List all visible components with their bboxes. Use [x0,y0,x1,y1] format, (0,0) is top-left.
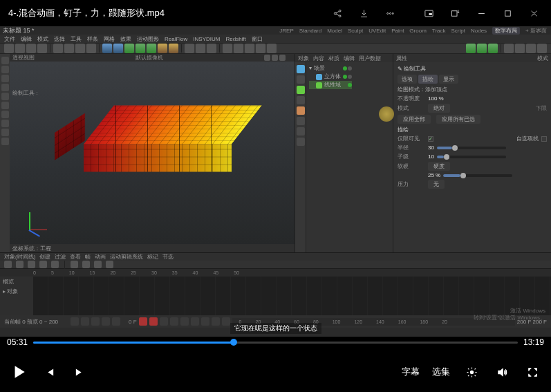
doc-tab[interactable]: 未标题 15 * [3,26,35,35]
vp-label-left: 透视视图 [12,54,35,62]
svg-point-2 [339,15,341,17]
tl-key-button[interactable] [149,317,158,326]
palette-button[interactable] [1,111,9,118]
tool-button[interactable] [169,44,178,53]
tool-button[interactable] [515,44,525,53]
left-tool-palette [0,54,10,252]
close-icon[interactable] [521,0,547,26]
tl-prev-button[interactable] [81,317,89,326]
tool-button[interactable] [185,44,194,53]
palette-button[interactable] [1,129,9,136]
timeline-tree[interactable]: 概览 ▸ 对象 [0,277,33,315]
tool-overlay-label: 绘制工具 : [12,89,37,97]
viewport-header: 透视视图 默认摄像机 [10,54,295,62]
maximize-icon[interactable] [494,0,521,26]
next-button[interactable] [71,363,88,381]
svg-rect-9 [505,10,510,16]
tool-button[interactable] [466,44,476,53]
tool-button[interactable] [256,44,265,53]
layout-tabs: JREPStandardModelSculptUVEditPaintGroomT… [279,26,547,35]
obj-side-icons [295,62,306,252]
tool-button[interactable] [537,44,547,53]
player-controls: 字幕 选集 [0,352,551,392]
new-layout[interactable]: + 新界面 [525,27,547,35]
volume-icon[interactable] [493,363,511,381]
mesh-object [73,106,232,185]
compact-icon[interactable] [442,0,468,26]
video-area: 未标题 15 * JREPStandardModelSculptUVEditPa… [0,26,551,337]
tool-button[interactable] [136,44,145,53]
prev-button[interactable] [40,363,58,381]
tool-button[interactable] [196,44,205,53]
palette-button[interactable] [1,102,9,109]
timeline-menu: 对象(时间线)创建过滤查看帧动画运动剪辑系统标记节选 [0,253,551,261]
tool-button[interactable] [147,44,156,53]
tool-button[interactable] [267,44,277,53]
tool-button[interactable] [245,44,254,53]
tree-item-selected[interactable]: 线性域 [309,81,352,89]
vp-camera-label[interactable]: 默认摄像机 [35,54,264,62]
episodes-button[interactable]: 选集 [432,366,450,378]
timeline-ruler[interactable]: 05101520253035404550 [0,269,551,277]
play-button[interactable] [10,363,28,381]
palette-button[interactable] [1,66,9,73]
c4d-app: 未标题 15 * JREPStandardModelSculptUVEditPa… [0,26,551,337]
hardness-slider[interactable] [443,174,512,177]
c4d-main-menu[interactable]: 文件编辑模式选择工具样条网格效果运动图形RealFlowINSYDIUMReds… [0,35,551,43]
tl-rec-button[interactable] [139,317,147,326]
progress-bar-row: 05:31 13:19 [0,337,551,348]
tool-button[interactable] [4,44,14,53]
tool-button[interactable] [15,44,25,53]
settings-icon[interactable] [463,363,480,381]
palette-button[interactable] [1,120,9,127]
tool-button[interactable] [37,44,47,53]
palette-button[interactable] [1,84,9,91]
tool-button[interactable] [526,44,536,53]
palette-button[interactable] [1,75,9,82]
tree-item[interactable]: ▾场景 [309,64,352,73]
tool-button[interactable] [158,44,167,53]
palette-button[interactable] [1,93,9,100]
obj-panel-tabs: 对象内容材质编辑用户数据 [295,54,393,62]
object-tree[interactable]: ▾场景 立方体 线性域 [306,62,355,252]
sub-slider[interactable] [437,156,506,158]
visible-only-checkbox[interactable] [428,136,433,142]
tool-button[interactable] [102,44,112,53]
palette-button[interactable] [1,138,9,145]
tool-button[interactable] [113,44,123,53]
viewport-3d[interactable]: 绘制工具 : [10,62,295,244]
tl-play-button[interactable] [91,317,100,326]
tl-first-button[interactable] [71,317,79,326]
share-icon[interactable] [324,0,351,26]
apply-selected-button[interactable]: 应用所有已选 [436,115,480,124]
tl-next-button[interactable] [102,317,110,326]
more-icon[interactable] [377,0,403,26]
tool-button[interactable] [86,44,96,53]
tool-button[interactable] [124,44,134,53]
time-total: 13:19 [523,337,544,347]
tool-button[interactable] [488,44,498,53]
palette-button[interactable] [1,57,9,64]
minimize-icon[interactable] [468,0,494,26]
tool-button[interactable] [234,44,243,53]
svg-point-4 [389,12,391,14]
tool-button[interactable] [477,44,487,53]
tool-button[interactable] [64,44,74,53]
tool-button[interactable] [26,44,36,53]
tool-button[interactable] [207,44,216,53]
pip-icon[interactable] [415,0,442,26]
svg-point-10 [470,371,473,373]
tree-item[interactable]: 立方体 [309,73,352,81]
progress-track[interactable] [33,342,518,344]
tool-button[interactable] [504,44,514,53]
tool-button[interactable] [223,44,232,53]
tool-button[interactable] [53,44,63,53]
tool-button[interactable] [75,44,85,53]
svg-rect-8 [451,10,457,16]
apply-all-button[interactable]: 应用全部 [398,115,431,124]
subtitles-button[interactable]: 字幕 [402,366,420,378]
tl-last-button[interactable] [112,317,120,326]
fullscreen-icon[interactable] [523,363,541,381]
radius-slider[interactable] [437,147,506,149]
download-icon[interactable] [351,0,377,26]
